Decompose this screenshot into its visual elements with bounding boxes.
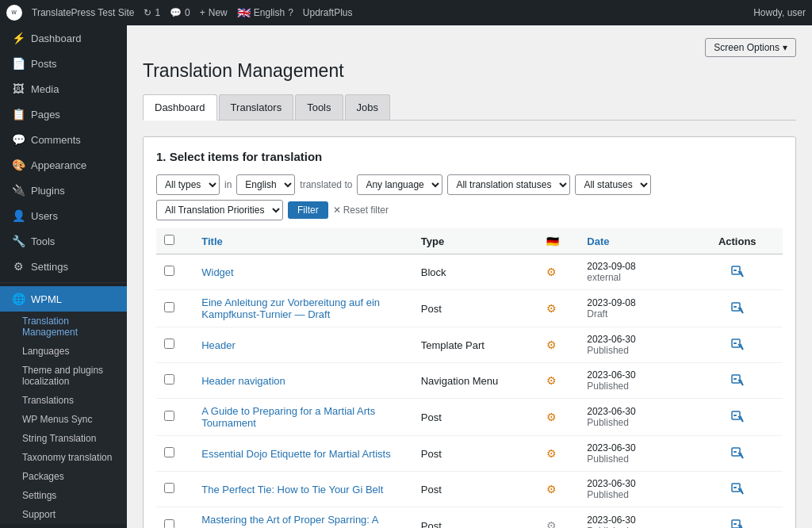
submenu-item-translation-management[interactable]: Translation Management (0, 312, 127, 342)
translated-to-label: translated to (300, 179, 352, 190)
row-checkbox[interactable] (164, 339, 174, 349)
tab-translators[interactable]: Translators (219, 94, 294, 120)
submenu-item-wp-menus-sync[interactable]: WP Menus Sync (0, 410, 127, 429)
settings-icon: ⚙ (12, 260, 25, 273)
sidebar-item-pages[interactable]: 📋 Pages (0, 101, 127, 127)
reset-filter-button[interactable]: ✕ Reset filter (333, 205, 389, 216)
row-title-link[interactable]: Eine Anleitung zur Vorbereitung auf ein … (201, 297, 380, 320)
row-checkbox[interactable] (164, 266, 174, 276)
translate-action-button[interactable] (699, 374, 775, 387)
wp-logo[interactable]: W (6, 5, 22, 21)
row-title-link[interactable]: Mastering the Art of Proper Sparring: A … (201, 514, 378, 528)
language-filter[interactable]: English (236, 174, 295, 195)
row-flag-cell: ⚙ (538, 363, 580, 399)
header-date[interactable]: Date (579, 228, 691, 254)
sidebar-item-label: Tools (31, 235, 55, 247)
submenu-item-taxonomy-translation[interactable]: Taxonomy translation (0, 448, 127, 467)
row-checkbox[interactable] (164, 519, 174, 528)
row-date-status: external (587, 272, 635, 283)
row-title-cell: Widget (193, 254, 413, 290)
row-checkbox[interactable] (164, 483, 174, 493)
row-checkbox[interactable] (164, 302, 174, 312)
translate-action-button[interactable] (699, 411, 775, 423)
filter-row: All types in English translated to Any l… (156, 174, 783, 220)
translate-action-button[interactable] (699, 519, 775, 528)
adminbar-new[interactable]: + New (200, 7, 228, 18)
sidebar-item-appearance[interactable]: 🎨 Appearance (0, 152, 127, 178)
status-filter[interactable]: All statuses (575, 174, 651, 195)
sidebar-item-posts[interactable]: 📄 Posts (0, 51, 127, 76)
tab-jobs[interactable]: Jobs (345, 94, 390, 120)
adminbar-plugin[interactable]: UpdraftPlus (303, 7, 353, 18)
main-content: Screen Options ▾ Translation Management … (127, 25, 812, 528)
row-flag-cell: ⚙ (538, 254, 580, 290)
type-filter[interactable]: All types (156, 174, 220, 195)
translate-action-button[interactable] (699, 302, 775, 315)
row-checkbox-cell (156, 363, 193, 399)
help-circle-icon: ? (288, 7, 293, 18)
updates-icon: ↻ (144, 7, 151, 18)
row-title-link[interactable]: The Perfect Tie: How to Tie Your Gi Belt (201, 484, 383, 495)
posts-icon: 📄 (12, 57, 25, 70)
row-title-link[interactable]: Essential Dojo Etiquette for Martial Art… (201, 448, 390, 460)
submenu-item-translations[interactable]: Translations (0, 391, 127, 410)
row-title-link[interactable]: Widget (201, 266, 233, 278)
row-type-cell: Block (413, 254, 538, 290)
sidebar-item-dashboard[interactable]: ⚡ Dashboard (0, 25, 127, 51)
table-row: A Guide to Preparing for a Martial Arts … (156, 399, 783, 436)
comments-icon: 💬 (12, 133, 25, 146)
row-checkbox[interactable] (164, 374, 174, 385)
tab-dashboard[interactable]: Dashboard (143, 94, 217, 121)
translate-action-button[interactable] (699, 483, 775, 495)
row-date: 2023-06-30 (587, 334, 635, 345)
tab-tools[interactable]: Tools (295, 94, 343, 120)
sidebar-item-label: Settings (31, 261, 68, 273)
priority-filter[interactable]: All Translation Priorities (156, 200, 283, 220)
submenu-item-settings[interactable]: Settings (0, 486, 127, 505)
sidebar-item-media[interactable]: 🖼 Media (0, 76, 127, 101)
row-title-link[interactable]: Header navigation (201, 375, 285, 387)
adminbar-site-name[interactable]: TranslatePress Test Site (32, 7, 134, 18)
submenu-item-string-translation[interactable]: String Translation (0, 429, 127, 448)
translate-action-button[interactable] (699, 447, 775, 460)
row-checkbox[interactable] (164, 447, 174, 457)
page-title: Translation Management (143, 60, 796, 82)
header-title[interactable]: Title (193, 228, 413, 254)
table-header-row: Title Type 🇩🇪 Date Actions (156, 228, 783, 254)
submenu-item-theme-plugins[interactable]: Theme and plugins localization (0, 361, 127, 391)
sidebar-item-wpml[interactable]: 🌐 WPML (0, 286, 127, 312)
sidebar-item-settings[interactable]: ⚙ Settings (0, 254, 127, 279)
translation-status-filter[interactable]: All translation statuses (447, 174, 570, 195)
submenu-item-support[interactable]: Support (0, 505, 127, 524)
sidebar-item-comments[interactable]: 💬 Comments (0, 127, 127, 152)
row-checkbox-cell (156, 254, 193, 290)
row-date-cell: 2023-09-08 Draft (579, 290, 691, 327)
row-flag-cell: ⚙ (538, 507, 580, 529)
adminbar-comments[interactable]: 💬 0 (170, 7, 190, 18)
row-title-link[interactable]: Header (201, 339, 236, 351)
any-language-filter[interactable]: Any language (357, 174, 442, 195)
filter-button[interactable]: Filter (288, 201, 328, 219)
table-row: The Perfect Tie: How to Tie Your Gi Belt… (156, 472, 783, 507)
row-date-status: Published (587, 417, 635, 428)
row-date: 2023-06-30 (587, 515, 635, 526)
sidebar-item-users[interactable]: 👤 Users (0, 203, 127, 228)
sidebar-item-label: WPML (31, 293, 62, 305)
row-date: 2023-09-08 (587, 261, 635, 272)
submenu-item-packages[interactable]: Packages (0, 467, 127, 486)
translate-action-button[interactable] (699, 266, 775, 278)
select-all-checkbox[interactable] (164, 235, 174, 245)
row-title-link[interactable]: A Guide to Preparing for a Martial Arts … (201, 405, 375, 429)
sidebar-item-plugins[interactable]: 🔌 Plugins (0, 178, 127, 203)
submenu-item-languages[interactable]: Languages (0, 342, 127, 361)
wpml-submenu: Translation Management Languages Theme a… (0, 312, 127, 524)
adminbar-language[interactable]: 🇬🇧 English ? (237, 6, 293, 19)
adminbar-updates[interactable]: ↻ 1 (144, 7, 160, 18)
translate-action-button[interactable] (699, 339, 775, 351)
sidebar-item-tools[interactable]: 🔧 Tools (0, 228, 127, 254)
row-checkbox[interactable] (164, 411, 174, 421)
collapse-menu-button[interactable]: ◀ Collapse menu (0, 524, 127, 528)
row-status-icon: ⚙ (546, 302, 557, 315)
screen-options-button[interactable]: Screen Options ▾ (705, 38, 796, 57)
row-date: 2023-09-08 (587, 297, 635, 308)
